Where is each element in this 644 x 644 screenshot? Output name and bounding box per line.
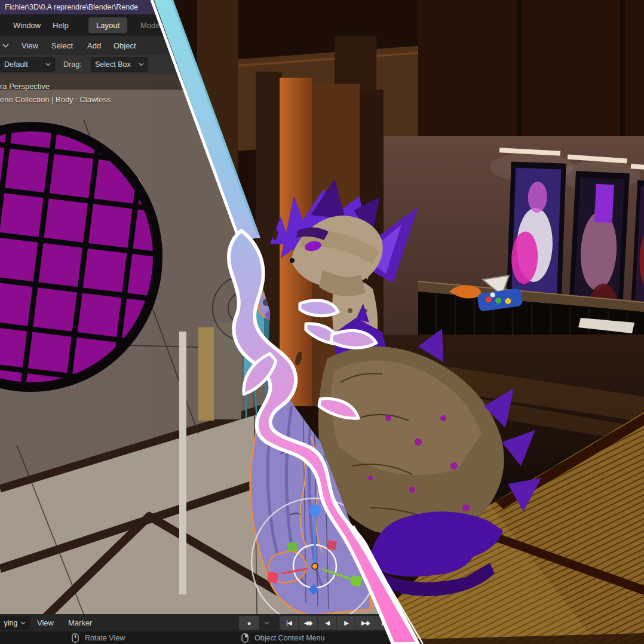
tab-layout[interactable]: Layout xyxy=(88,17,127,33)
collection-context-label: ene Collection | Body : Clawless xyxy=(0,95,111,104)
chevron-down-icon xyxy=(20,621,26,625)
menu-select[interactable]: Select xyxy=(51,36,73,55)
gizmo-z-handle[interactable] xyxy=(309,504,321,516)
playback-controls: |◀ ◀◆ ◀ ▶ ▶◆ ▶| xyxy=(280,616,394,630)
gizmo-origin xyxy=(312,563,318,569)
chevron-down-icon xyxy=(264,621,269,625)
record-icon: ● xyxy=(247,620,252,627)
status-hint-rotate: Rotate View xyxy=(72,631,125,644)
next-keyframe-button[interactable]: ▶◆ xyxy=(356,616,375,630)
drag-mode-dropdown[interactable]: Select Box xyxy=(91,57,148,72)
menu-add[interactable]: Add xyxy=(87,36,101,55)
mouse-right-icon xyxy=(241,633,249,643)
auto-keying-button[interactable]: ● xyxy=(239,616,259,630)
chevron-down-icon xyxy=(2,44,9,48)
chevron-down-icon xyxy=(45,63,51,66)
timeline-menu-marker[interactable]: Marker xyxy=(68,614,92,631)
app-window: Fichier\3D\0.A reprendre\Blender\Rende W… xyxy=(0,0,644,644)
menu-window[interactable]: Window xyxy=(13,14,41,36)
play-button[interactable]: ▶ xyxy=(337,616,355,630)
drag-label: Drag: xyxy=(63,55,82,74)
menu-help[interactable]: Help xyxy=(53,14,69,36)
chevron-down-icon xyxy=(139,63,144,66)
play-reverse-button[interactable]: ◀ xyxy=(318,616,336,630)
tool-dropdown[interactable]: Default xyxy=(0,57,55,72)
gizmo-y-handle[interactable] xyxy=(350,575,362,587)
menu-view[interactable]: View xyxy=(22,36,38,55)
timeline-menu-view[interactable]: View xyxy=(37,614,54,631)
gizmo-x-handle[interactable] xyxy=(267,572,278,583)
keying-dropdown[interactable]: ying xyxy=(0,616,30,630)
view-perspective-label: ra Perspective xyxy=(0,82,50,91)
mouse-middle-icon xyxy=(72,633,79,643)
keying-options-chevron[interactable] xyxy=(260,616,273,630)
menu-object[interactable]: Object xyxy=(114,36,136,55)
jump-start-button[interactable]: |◀ xyxy=(280,616,298,630)
window-title: Fichier\3D\0.A reprendre\Blender\Rende xyxy=(5,3,138,11)
editor-type-button[interactable] xyxy=(2,36,9,55)
prev-keyframe-button[interactable]: ◀◆ xyxy=(299,616,317,630)
status-hint-context-menu: Object Context Menu xyxy=(241,631,324,644)
